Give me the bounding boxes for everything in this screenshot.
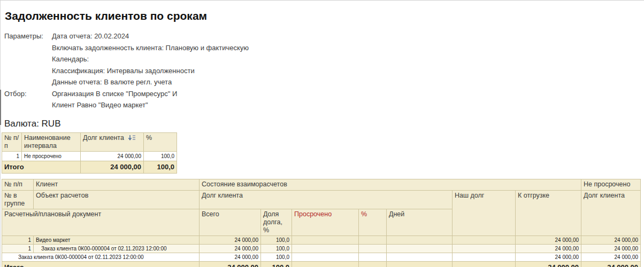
summary-total-percent: 100,0 xyxy=(144,161,177,173)
cell-our-debt xyxy=(453,253,516,261)
page-title: Задолженность клиентов по срокам xyxy=(5,9,644,23)
settlements-detail-table: № п/п Клиент Состояние взаиморасчетов Не… xyxy=(2,179,641,267)
detail-col-overdue-percent: % xyxy=(359,209,387,235)
cell-days xyxy=(387,253,453,261)
summary-header-row: № п/п Наименование интервала Долг клиент… xyxy=(2,132,177,151)
detail-total-label: Итого xyxy=(2,261,200,267)
cell-not-overdue[interactable]: 24 000,00 xyxy=(581,235,641,244)
detail-total-sum[interactable]: 24 000,00 xyxy=(200,261,261,267)
detail-col-not-overdue: Не просрочено xyxy=(581,179,641,190)
detail-col-to-ship: К отгрузке xyxy=(516,190,581,235)
intervals-summary-table: № п/п Наименование интервала Долг клиент… xyxy=(2,132,177,174)
summary-col-percent: % xyxy=(144,132,177,151)
summary-total-row: Итого 24 000,00 100,0 xyxy=(2,161,177,173)
cell-num: 1 xyxy=(2,244,34,253)
cell-to-ship[interactable]: 24 000,00 xyxy=(516,244,581,253)
param-classification: Классификация: Интервалы задолженности xyxy=(52,65,644,77)
detail-col-share: Доля долга, % xyxy=(261,209,292,235)
param-calendar: Календарь: xyxy=(52,53,644,65)
cell-order-name[interactable]: Заказ клиента 0К00-000004 от 02.11.2023 … xyxy=(34,244,200,253)
report-parameters: Параметры: Дата отчета: 20.02.2024 Включ… xyxy=(4,30,644,111)
sort-descending-icon xyxy=(128,135,136,141)
detail-col-our-debt: Наш долг xyxy=(453,190,516,235)
cell-to-ship[interactable]: 24 000,00 xyxy=(516,235,581,244)
detail-col-object: Объект расчетов xyxy=(34,190,200,209)
parameters-label: Параметры: xyxy=(4,30,52,88)
detail-order-group-row: 1 Заказ клиента 0К00-000004 от 02.11.202… xyxy=(2,244,641,253)
summary-cell-debt[interactable]: 24 000,00 xyxy=(81,151,144,161)
detail-col-document: Расчетный/плановый документ xyxy=(2,209,200,235)
parameters-values: Дата отчета: 20.02.2024 Включать задолже… xyxy=(52,30,644,88)
detail-total-share: 100,0 xyxy=(261,261,292,267)
cell-overdue xyxy=(292,244,359,253)
detail-total-days xyxy=(387,261,453,267)
detail-total-overdue xyxy=(292,261,359,267)
detail-col-total: Всего xyxy=(200,209,261,235)
param-include-debt: Включать задолженность клиента: Плановую… xyxy=(52,42,644,54)
detail-total-our-debt xyxy=(453,261,516,267)
cell-days xyxy=(387,244,453,253)
detail-col-num-in-group: № в группе xyxy=(2,190,34,209)
summary-col-num: № п/п xyxy=(2,132,22,151)
detail-col-not-overdue-debt: Долг клиента xyxy=(581,190,641,235)
cell-total[interactable]: 24 000,00 xyxy=(200,235,261,244)
cell-overdue-percent xyxy=(359,253,387,261)
cell-to-ship[interactable]: 24 000,00 xyxy=(516,253,581,261)
filter-client: Клиент Равно "Видео маркет" xyxy=(52,99,644,111)
detail-col-overdue: Просрочено xyxy=(292,209,359,235)
filter-organization: Организация В списке "Промресурс" И xyxy=(52,88,644,100)
summary-total-debt[interactable]: 24 000,00 xyxy=(81,161,144,173)
cell-num: 1 xyxy=(2,235,34,244)
cell-overdue xyxy=(292,235,359,244)
cell-overdue-percent xyxy=(359,244,387,253)
cell-overdue xyxy=(292,253,359,261)
cell-our-debt xyxy=(453,244,516,253)
cell-total[interactable]: 24 000,00 xyxy=(200,253,261,261)
cell-client-name[interactable]: Видео маркет xyxy=(34,235,200,244)
cell-our-debt xyxy=(453,235,516,244)
detail-header-row-1: № п/п Клиент Состояние взаиморасчетов Не… xyxy=(2,179,641,190)
cell-share: 100,0 xyxy=(261,244,292,253)
detail-col-num: № п/п xyxy=(2,179,34,190)
summary-cell-interval[interactable]: Не просрочено xyxy=(22,151,81,161)
detail-document-row: Заказ клиента 0К00-000004 от 02.11.2023 … xyxy=(2,253,641,261)
row-grouping-bracket[interactable] xyxy=(0,90,1,125)
summary-total-label: Итого xyxy=(2,161,81,173)
summary-data-row: 1 Не просрочено 24 000,00 100,0 xyxy=(2,151,177,161)
cell-days xyxy=(387,235,453,244)
detail-total-row: Итого 24 000,00 100,0 24 000,00 24 000,0… xyxy=(2,261,641,267)
detail-client-row: 1 Видео маркет 24 000,00 100,0 24 000,00… xyxy=(2,235,641,244)
detail-col-days: Дней xyxy=(387,209,453,235)
detail-total-overdue-percent xyxy=(359,261,387,267)
cell-share: 100,0 xyxy=(261,235,292,244)
cell-document-name[interactable]: Заказ клиента 0К00-000004 от 02.11.2023 … xyxy=(2,253,200,261)
summary-col-debt-sortable[interactable]: Долг клиента xyxy=(81,132,144,151)
detail-total-not-overdue[interactable]: 24 000,00 xyxy=(581,261,641,267)
cell-not-overdue[interactable]: 24 000,00 xyxy=(581,244,641,253)
cell-total[interactable]: 24 000,00 xyxy=(200,244,261,253)
cell-share: 100,0 xyxy=(261,253,292,261)
param-report-date: Дата отчета: 20.02.2024 xyxy=(52,30,644,42)
window-left-edge xyxy=(0,1,1,267)
detail-col-settlement-state: Состояние взаиморасчетов xyxy=(200,179,581,190)
summary-col-interval: Наименование интервала xyxy=(22,132,81,151)
cell-not-overdue[interactable]: 24 000,00 xyxy=(581,253,641,261)
summary-cell-num: 1 xyxy=(2,151,22,161)
detail-header-row-2: № в группе Объект расчетов Долг клиента … xyxy=(2,190,641,209)
detail-col-client: Клиент xyxy=(34,179,200,190)
filter-values: Организация В списке "Промресурс" И Клие… xyxy=(52,88,644,111)
detail-total-to-ship[interactable]: 24 000,00 xyxy=(516,261,581,267)
detail-col-client-debt: Долг клиента xyxy=(200,190,453,209)
filter-label: Отбор: xyxy=(4,88,52,111)
summary-cell-percent: 100,0 xyxy=(144,151,177,161)
summary-col-debt-label: Долг клиента xyxy=(83,134,124,142)
cell-overdue-percent xyxy=(359,235,387,244)
param-report-data: Данные отчета: В валюте регл. учета xyxy=(52,76,644,88)
currency-group-heading[interactable]: Валюта: RUB xyxy=(4,118,644,129)
